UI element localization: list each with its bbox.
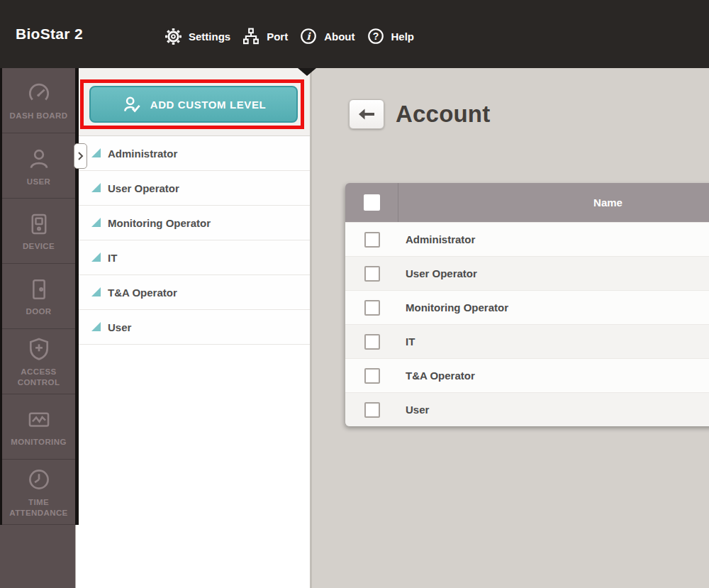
- table-row-user-operator[interactable]: User Operator: [345, 256, 709, 290]
- custom-level-panel: ADD CUSTOM LEVEL Administrator User Oper…: [79, 68, 310, 588]
- gear-icon: [164, 28, 182, 45]
- row-checkbox[interactable]: [364, 232, 380, 248]
- network-icon: [242, 27, 260, 45]
- settings-menu-item[interactable]: Settings: [164, 28, 230, 45]
- checkbox-cell: [345, 359, 398, 392]
- tree-expander-icon[interactable]: [91, 287, 101, 296]
- table-row-monitoring-operator[interactable]: Monitoring Operator: [345, 290, 709, 324]
- door-icon: [27, 277, 51, 301]
- sidebar-item-device[interactable]: DEVICE: [2, 199, 75, 264]
- tree-expander-icon[interactable]: [91, 218, 101, 227]
- content-area: Account Name Administrator User Operator…: [310, 68, 709, 588]
- sidebar-item-door[interactable]: DOOR: [2, 264, 75, 329]
- table-row-administrator[interactable]: Administrator: [345, 222, 709, 256]
- about-label: About: [324, 30, 354, 43]
- row-checkbox[interactable]: [364, 300, 380, 316]
- sidebar-item-access-control[interactable]: ACCESS CONTROL: [2, 329, 75, 394]
- checkbox-cell: [345, 223, 398, 256]
- panel-notch-icon: [298, 68, 316, 76]
- highlight-annotation: ADD CUSTOM LEVEL: [80, 79, 304, 129]
- biostar-window: BioStar 2 Settings: [0, 0, 709, 588]
- topbar-menu: Settings Port i About: [164, 0, 414, 68]
- svg-text:i: i: [307, 30, 312, 42]
- tree-item-monitoring-operator[interactable]: Monitoring Operator: [79, 206, 310, 240]
- table-row-ta-operator[interactable]: T&A Operator: [345, 358, 709, 392]
- select-all-cell: [345, 183, 398, 222]
- add-custom-level-button[interactable]: ADD CUSTOM LEVEL: [89, 86, 298, 123]
- tree-item-user-operator[interactable]: User Operator: [79, 171, 310, 206]
- tree-expander-icon[interactable]: [91, 183, 101, 192]
- sidebar-item-label: TIME ATTENDANCE: [4, 497, 74, 518]
- port-menu-item[interactable]: Port: [242, 27, 288, 45]
- sidebar-item-label: ACCESS CONTROL: [4, 367, 74, 388]
- sidebar-nav: DASH BOARD USER DEVICE: [0, 68, 75, 588]
- arrow-left-icon: [357, 107, 376, 121]
- sidebar-item-user[interactable]: USER: [2, 133, 75, 199]
- table-row-it[interactable]: IT: [345, 324, 709, 358]
- time-attendance-icon: [26, 467, 52, 492]
- tree-expander-icon[interactable]: [91, 322, 101, 331]
- sidebar-divider: [75, 68, 79, 525]
- sidebar-item-label: MONITORING: [4, 437, 74, 448]
- tree-expander-icon[interactable]: [91, 253, 101, 262]
- help-menu-item[interactable]: ? Help: [367, 27, 415, 45]
- settings-label: Settings: [189, 30, 230, 43]
- person-check-icon: [121, 94, 143, 114]
- dashboard-icon: [26, 82, 52, 106]
- sidebar-item-label: DEVICE: [4, 241, 74, 252]
- checkbox-cell: [345, 393, 398, 426]
- sidebar-divider-lower: [75, 525, 79, 588]
- sidebar-item-label: DASH BOARD: [4, 111, 74, 121]
- info-icon: i: [299, 27, 318, 45]
- column-header-name[interactable]: Name: [398, 183, 709, 222]
- page-title: Account: [396, 99, 490, 129]
- port-label: Port: [267, 30, 288, 43]
- app-logo: BioStar 2: [16, 0, 83, 68]
- topbar: BioStar 2 Settings: [0, 0, 709, 68]
- select-all-checkbox[interactable]: [364, 194, 380, 211]
- user-icon: [26, 146, 52, 172]
- row-checkbox[interactable]: [364, 266, 380, 282]
- access-control-icon: [26, 336, 52, 362]
- tree-item-user[interactable]: User: [79, 310, 310, 345]
- device-icon: [27, 212, 51, 236]
- tree-item-ta-operator[interactable]: T&A Operator: [79, 275, 310, 310]
- help-label: Help: [391, 30, 415, 43]
- panel-collapse-handle[interactable]: [74, 143, 87, 169]
- back-button[interactable]: [349, 99, 384, 129]
- sidebar-item-time-attendance[interactable]: TIME ATTENDANCE: [2, 460, 75, 525]
- monitoring-icon: [26, 408, 52, 432]
- add-custom-level-label: ADD CUSTOM LEVEL: [150, 99, 267, 111]
- tree-item-it[interactable]: IT: [79, 240, 310, 275]
- tree-expander-icon[interactable]: [91, 148, 101, 157]
- help-icon: ?: [367, 27, 385, 45]
- row-checkbox[interactable]: [364, 334, 380, 350]
- table-header-row: Name: [345, 183, 709, 222]
- svg-text:?: ?: [372, 30, 379, 42]
- account-table: Name Administrator User Operator Monitor…: [345, 183, 709, 426]
- checkbox-cell: [345, 325, 398, 358]
- table-row-user[interactable]: User: [345, 392, 709, 426]
- about-menu-item[interactable]: i About: [299, 27, 354, 45]
- row-checkbox[interactable]: [364, 368, 380, 384]
- tree-item-administrator[interactable]: Administrator: [79, 136, 310, 171]
- panel-header: ADD CUSTOM LEVEL: [79, 68, 310, 136]
- sidebar-item-monitoring[interactable]: MONITORING: [2, 394, 75, 460]
- sidebar-item-label: DOOR: [4, 306, 74, 317]
- sidebar-menu: DASH BOARD USER DEVICE: [0, 68, 75, 525]
- checkbox-cell: [345, 257, 398, 290]
- checkbox-cell: [345, 291, 398, 324]
- sidebar-item-dashboard[interactable]: DASH BOARD: [2, 68, 75, 133]
- sidebar-item-label: USER: [4, 177, 74, 187]
- custom-level-tree: Administrator User Operator Monitoring O…: [79, 136, 310, 345]
- collapse-chevron-icon: [77, 151, 84, 161]
- row-checkbox[interactable]: [364, 402, 380, 418]
